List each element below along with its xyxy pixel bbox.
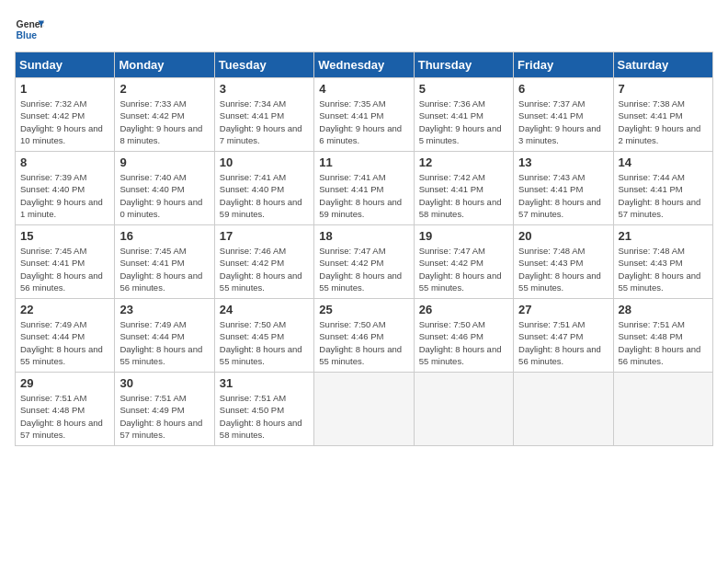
day-number: 3 (220, 82, 309, 96)
weekday-header: Sunday (16, 52, 115, 78)
day-info: Sunrise: 7:45 AMSunset: 4:41 PMDaylight:… (20, 245, 109, 293)
day-number: 22 (20, 303, 109, 316)
day-number: 16 (119, 229, 209, 243)
day-number: 31 (220, 376, 309, 390)
day-info: Sunrise: 7:42 AMSunset: 4:41 PMDaylight:… (419, 171, 508, 220)
day-info: Sunrise: 7:50 AMSunset: 4:45 PMDaylight:… (220, 318, 309, 367)
calendar-cell: 21Sunrise: 7:48 AMSunset: 4:43 PMDayligh… (613, 225, 712, 299)
calendar-cell: 8Sunrise: 7:39 AMSunset: 4:40 PMDaylight… (16, 152, 115, 225)
weekday-header: Friday (514, 52, 613, 78)
day-info: Sunrise: 7:51 AMSunset: 4:48 PMDaylight:… (20, 392, 109, 441)
day-number: 26 (419, 303, 508, 316)
calendar-cell: 3Sunrise: 7:34 AMSunset: 4:41 PMDaylight… (214, 78, 313, 152)
calendar-cell: 4Sunrise: 7:35 AMSunset: 4:41 PMDaylight… (314, 78, 414, 152)
calendar-cell (514, 373, 613, 446)
day-info: Sunrise: 7:41 AMSunset: 4:40 PMDaylight:… (220, 171, 309, 220)
logo-icon: General Blue (15, 15, 44, 44)
day-info: Sunrise: 7:38 AMSunset: 4:41 PMDaylight:… (619, 98, 708, 146)
calendar-week-row: 8Sunrise: 7:39 AMSunset: 4:40 PMDaylight… (16, 152, 713, 225)
day-info: Sunrise: 7:49 AMSunset: 4:44 PMDaylight:… (20, 318, 109, 367)
logo: General Blue (15, 15, 44, 44)
weekday-header-row: SundayMondayTuesdayWednesdayThursdayFrid… (16, 52, 713, 78)
day-info: Sunrise: 7:34 AMSunset: 4:41 PMDaylight:… (220, 98, 309, 146)
weekday-header: Saturday (613, 52, 712, 78)
day-number: 6 (518, 82, 608, 96)
day-number: 20 (518, 229, 608, 243)
day-number: 10 (220, 155, 309, 169)
weekday-header: Monday (115, 52, 214, 78)
day-info: Sunrise: 7:48 AMSunset: 4:43 PMDaylight:… (619, 245, 708, 293)
calendar-cell: 11Sunrise: 7:41 AMSunset: 4:41 PMDayligh… (314, 152, 414, 225)
day-number: 17 (220, 229, 309, 243)
calendar-cell: 17Sunrise: 7:46 AMSunset: 4:42 PMDayligh… (214, 225, 313, 299)
calendar-cell: 26Sunrise: 7:50 AMSunset: 4:46 PMDayligh… (414, 299, 513, 373)
day-info: Sunrise: 7:43 AMSunset: 4:41 PMDaylight:… (518, 171, 608, 220)
day-info: Sunrise: 7:35 AMSunset: 4:41 PMDaylight:… (319, 98, 408, 146)
day-info: Sunrise: 7:50 AMSunset: 4:46 PMDaylight:… (419, 318, 508, 367)
day-number: 21 (619, 229, 708, 243)
day-number: 29 (20, 376, 109, 390)
day-info: Sunrise: 7:47 AMSunset: 4:42 PMDaylight:… (319, 245, 408, 293)
calendar-cell: 2Sunrise: 7:33 AMSunset: 4:42 PMDaylight… (115, 78, 214, 152)
day-info: Sunrise: 7:45 AMSunset: 4:41 PMDaylight:… (119, 245, 209, 293)
calendar-cell: 24Sunrise: 7:50 AMSunset: 4:45 PMDayligh… (214, 299, 313, 373)
calendar-cell: 15Sunrise: 7:45 AMSunset: 4:41 PMDayligh… (16, 225, 115, 299)
day-info: Sunrise: 7:48 AMSunset: 4:43 PMDaylight:… (518, 245, 608, 293)
day-info: Sunrise: 7:39 AMSunset: 4:40 PMDaylight:… (20, 171, 109, 220)
calendar-cell: 30Sunrise: 7:51 AMSunset: 4:49 PMDayligh… (115, 373, 214, 446)
calendar-week-row: 1Sunrise: 7:32 AMSunset: 4:42 PMDaylight… (16, 78, 713, 152)
calendar-cell: 14Sunrise: 7:44 AMSunset: 4:41 PMDayligh… (613, 152, 712, 225)
day-info: Sunrise: 7:32 AMSunset: 4:42 PMDaylight:… (20, 98, 109, 146)
day-number: 15 (20, 229, 109, 243)
calendar-cell: 31Sunrise: 7:51 AMSunset: 4:50 PMDayligh… (214, 373, 313, 446)
day-info: Sunrise: 7:51 AMSunset: 4:47 PMDaylight:… (518, 318, 608, 367)
day-number: 30 (119, 376, 209, 390)
calendar-cell: 1Sunrise: 7:32 AMSunset: 4:42 PMDaylight… (16, 78, 115, 152)
calendar-cell: 5Sunrise: 7:36 AMSunset: 4:41 PMDaylight… (414, 78, 513, 152)
day-number: 19 (419, 229, 508, 243)
weekday-header: Thursday (414, 52, 513, 78)
day-number: 9 (119, 155, 209, 169)
day-info: Sunrise: 7:47 AMSunset: 4:42 PMDaylight:… (419, 245, 508, 293)
day-number: 14 (619, 155, 708, 169)
day-number: 8 (20, 155, 109, 169)
day-info: Sunrise: 7:51 AMSunset: 4:49 PMDaylight:… (119, 392, 209, 441)
calendar-cell: 22Sunrise: 7:49 AMSunset: 4:44 PMDayligh… (16, 299, 115, 373)
day-number: 24 (220, 303, 309, 316)
day-number: 11 (319, 155, 408, 169)
day-number: 25 (319, 303, 408, 316)
calendar-cell (314, 373, 414, 446)
day-number: 23 (119, 303, 209, 316)
calendar-cell: 29Sunrise: 7:51 AMSunset: 4:48 PMDayligh… (16, 373, 115, 446)
day-info: Sunrise: 7:40 AMSunset: 4:40 PMDaylight:… (119, 171, 209, 220)
calendar-week-row: 15Sunrise: 7:45 AMSunset: 4:41 PMDayligh… (16, 225, 713, 299)
calendar-week-row: 22Sunrise: 7:49 AMSunset: 4:44 PMDayligh… (16, 299, 713, 373)
calendar-cell: 19Sunrise: 7:47 AMSunset: 4:42 PMDayligh… (414, 225, 513, 299)
day-number: 27 (518, 303, 608, 316)
calendar-cell: 10Sunrise: 7:41 AMSunset: 4:40 PMDayligh… (214, 152, 313, 225)
calendar-cell: 20Sunrise: 7:48 AMSunset: 4:43 PMDayligh… (514, 225, 613, 299)
calendar-cell: 27Sunrise: 7:51 AMSunset: 4:47 PMDayligh… (514, 299, 613, 373)
day-info: Sunrise: 7:49 AMSunset: 4:44 PMDaylight:… (119, 318, 209, 367)
day-info: Sunrise: 7:36 AMSunset: 4:41 PMDaylight:… (419, 98, 508, 146)
calendar-cell: 9Sunrise: 7:40 AMSunset: 4:40 PMDaylight… (115, 152, 214, 225)
weekday-header: Wednesday (314, 52, 414, 78)
day-number: 28 (619, 303, 708, 316)
calendar-cell: 12Sunrise: 7:42 AMSunset: 4:41 PMDayligh… (414, 152, 513, 225)
calendar-cell: 23Sunrise: 7:49 AMSunset: 4:44 PMDayligh… (115, 299, 214, 373)
day-info: Sunrise: 7:50 AMSunset: 4:46 PMDaylight:… (319, 318, 408, 367)
calendar-cell: 25Sunrise: 7:50 AMSunset: 4:46 PMDayligh… (314, 299, 414, 373)
calendar-cell: 7Sunrise: 7:38 AMSunset: 4:41 PMDaylight… (613, 78, 712, 152)
day-info: Sunrise: 7:41 AMSunset: 4:41 PMDaylight:… (319, 171, 408, 220)
calendar-week-row: 29Sunrise: 7:51 AMSunset: 4:48 PMDayligh… (16, 373, 713, 446)
day-info: Sunrise: 7:33 AMSunset: 4:42 PMDaylight:… (119, 98, 209, 146)
calendar-cell: 13Sunrise: 7:43 AMSunset: 4:41 PMDayligh… (514, 152, 613, 225)
day-info: Sunrise: 7:44 AMSunset: 4:41 PMDaylight:… (619, 171, 708, 220)
day-info: Sunrise: 7:37 AMSunset: 4:41 PMDaylight:… (518, 98, 608, 146)
calendar-cell: 16Sunrise: 7:45 AMSunset: 4:41 PMDayligh… (115, 225, 214, 299)
day-info: Sunrise: 7:51 AMSunset: 4:50 PMDaylight:… (220, 392, 309, 441)
day-number: 7 (619, 82, 708, 96)
calendar-cell (613, 373, 712, 446)
calendar-cell (414, 373, 513, 446)
weekday-header: Tuesday (214, 52, 313, 78)
